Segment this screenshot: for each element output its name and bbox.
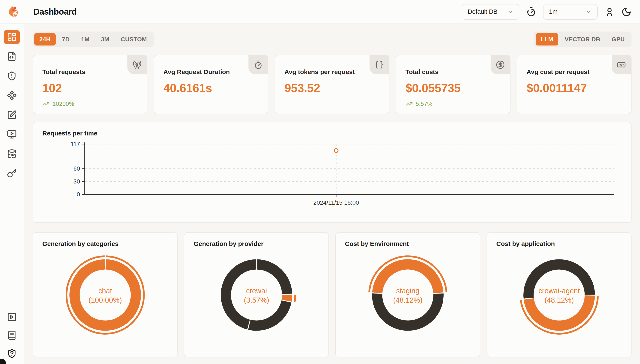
cost-by-application-donut: crewai-agent(48.12%): [516, 252, 602, 338]
stat-card-total-costs: Total costs $0.055735 5.57%: [396, 55, 510, 114]
stat-trend: 10200%: [42, 100, 138, 108]
stat-card-avg-tokens: Avg tokens per request 953.52: [275, 55, 390, 114]
sidebar-item-documentation[interactable]: [4, 328, 20, 342]
header-controls: Default DB 1m: [462, 4, 632, 20]
trending-up-icon: [42, 100, 50, 108]
stat-icon-badge: [490, 55, 510, 74]
donut-card-environment: Cost by Environment staging(48.12%): [335, 232, 480, 358]
stat-card-total-requests: Total requests 102 10200%: [32, 55, 147, 114]
stat-icon-badge: [370, 55, 389, 74]
profile-button[interactable]: [604, 7, 614, 17]
book-text-icon: [7, 330, 17, 340]
app-logo[interactable]: [0, 0, 24, 24]
stat-trend-value: 10200%: [52, 100, 74, 107]
component-diamonds-icon: [7, 90, 17, 100]
donuts-row: Generation by categories chat(100.00%) G…: [32, 232, 632, 358]
timer-reset-icon: [526, 7, 536, 17]
header: Dashboard Default DB 1m: [24, 0, 640, 24]
sidebar-item-exceptions[interactable]: [4, 69, 20, 83]
svg-text:crewai(3.57%): crewai(3.57%): [244, 287, 269, 304]
stat-card-avg-cost: Avg cost per request $0.0011147: [517, 55, 632, 114]
chart-title: Cost by application: [496, 240, 622, 248]
svg-text:0: 0: [76, 191, 80, 198]
generation-by-provider-donut: crewai(3.57%): [214, 252, 299, 338]
timer-icon: [254, 60, 263, 69]
circle-dollar-sign-icon: [496, 60, 505, 69]
tabs-row: 24H 7D 1M 3M CUSTOM LLM VECTOR DB GPU: [32, 32, 632, 47]
svg-text:chat(100.00%): chat(100.00%): [88, 287, 122, 304]
stat-title: Total costs: [406, 68, 501, 76]
chart-title: Generation by categories: [42, 240, 168, 248]
stat-value: $0.0011147: [526, 81, 622, 95]
sidebar: [0, 0, 24, 364]
shield-alert-icon: [7, 71, 17, 81]
tab-1m[interactable]: 1M: [76, 33, 94, 46]
sidebar-item-requests[interactable]: [4, 49, 20, 64]
file-code-icon: [7, 52, 17, 61]
moon-icon: [622, 7, 632, 17]
tab-7d[interactable]: 7D: [57, 33, 75, 46]
svg-text:2024/11/15 15:00: 2024/11/15 15:00: [314, 199, 359, 206]
dashboard-content: 24H 7D 1M 3M CUSTOM LLM VECTOR DB GPU: [24, 24, 640, 358]
refresh-interval-button[interactable]: [526, 7, 536, 17]
sidebar-item-demo[interactable]: [4, 310, 20, 324]
sidebar-nav: [0, 24, 24, 180]
database-restore-icon: [7, 149, 17, 159]
sidebar-item-dashboard[interactable]: [4, 30, 20, 44]
sidebar-item-playground[interactable]: [4, 127, 20, 142]
chart-title: Cost by Environment: [345, 240, 470, 248]
tab-3m[interactable]: 3M: [96, 33, 114, 46]
stat-icon-badge: [248, 55, 268, 74]
stat-value: $0.055735: [406, 81, 501, 95]
sidebar-item-support[interactable]: [4, 347, 20, 360]
requests-per-time-card: Requests per time 030601172024/11/15 15:…: [32, 122, 632, 223]
flame-logo-icon: [5, 5, 18, 19]
database-select[interactable]: Default DB: [462, 4, 519, 20]
stat-trend-value: 5.57%: [416, 100, 432, 107]
radio-tower-icon: [133, 60, 142, 69]
chevron-down-icon: [586, 9, 592, 15]
trending-up-icon: [406, 100, 413, 108]
svg-text:crewai-agent(48.12%): crewai-agent(48.12%): [538, 287, 580, 304]
banknote-icon: [617, 60, 626, 69]
time-range-tabs: 24H 7D 1M 3M CUSTOM: [32, 32, 154, 47]
sidebar-item-databases[interactable]: [4, 147, 20, 161]
stat-value: 953.52: [284, 81, 380, 95]
mode-tabs: LLM VECTOR DB GPU: [534, 32, 632, 47]
stat-title: Avg Request Duration: [164, 68, 258, 76]
tab-24h[interactable]: 24H: [34, 33, 56, 46]
donut-card-application: Cost by application crewai-agent(48.12%): [486, 232, 632, 358]
user-icon: [604, 7, 614, 17]
chart-title: Generation by provider: [194, 240, 319, 248]
cost-by-environment-donut: staging(48.12%): [365, 252, 450, 338]
sidebar-item-vault[interactable]: [4, 108, 20, 122]
stat-value: 102: [42, 81, 138, 95]
database-select-value: Default DB: [468, 8, 497, 15]
sidebar-bottom: [0, 310, 24, 364]
monitor-play-icon: [7, 130, 17, 139]
stat-card-avg-duration: Avg Request Duration 40.6161s: [154, 55, 268, 114]
stat-icon-badge: [128, 55, 147, 74]
tab-llm[interactable]: LLM: [536, 33, 558, 46]
interval-select[interactable]: 1m: [543, 4, 598, 20]
layout-dashboard-icon: [7, 32, 17, 42]
key-icon: [7, 168, 17, 178]
donut-card-provider: Generation by provider crewai(3.57%): [184, 232, 329, 358]
sidebar-item-api-keys[interactable]: [4, 166, 20, 180]
tab-vector-db[interactable]: VECTOR DB: [560, 33, 605, 46]
sidebar-item-prompt-hub[interactable]: [4, 88, 20, 103]
svg-text:60: 60: [74, 165, 80, 172]
chevron-down-icon: [507, 9, 514, 15]
tab-custom[interactable]: CUSTOM: [116, 33, 152, 46]
stat-title: Avg cost per request: [526, 68, 622, 76]
braces-icon: [375, 60, 384, 69]
generation-by-categories-donut: chat(100.00%): [63, 252, 148, 338]
svg-text:117: 117: [70, 141, 80, 147]
svg-text:staging(48.12%): staging(48.12%): [393, 287, 422, 304]
square-pen-icon: [7, 110, 17, 120]
tab-gpu[interactable]: GPU: [606, 33, 630, 46]
square-play-icon: [7, 312, 17, 322]
theme-toggle-button[interactable]: [622, 7, 632, 17]
stat-title: Avg tokens per request: [284, 68, 380, 76]
stat-icon-badge: [612, 55, 631, 74]
